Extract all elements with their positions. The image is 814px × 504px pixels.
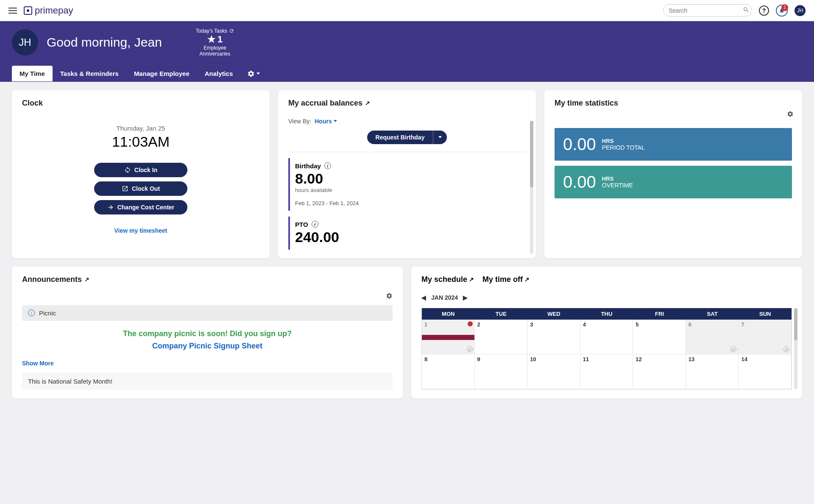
viewby-row: View By: Hours	[288, 118, 526, 125]
calendar-cell[interactable]: 13	[686, 354, 739, 389]
day-number: 2	[477, 321, 480, 328]
next-month-button[interactable]: ▶	[463, 294, 468, 301]
dashboard-row2: Announcements ↗ i Picnic The company pic…	[0, 267, 814, 407]
stat-value: 0.00	[563, 173, 596, 192]
stat-unit: HRS	[602, 175, 633, 182]
tasks-label-text: Today's Tasks	[196, 28, 227, 34]
stat-overtime: 0.00 HRS OVERTIME	[555, 166, 792, 198]
announcements-settings[interactable]	[386, 292, 393, 301]
day-header: THU	[580, 308, 633, 320]
arrow-right-icon	[107, 204, 114, 211]
announcement-header[interactable]: i Picnic	[22, 305, 393, 321]
announcement-text: The company picnic is soon! Did you sign…	[22, 329, 393, 338]
divider	[288, 152, 526, 152]
clock-card: Clock Thursday, Jan 25 11:03AM Clock In …	[12, 90, 270, 258]
show-more-link[interactable]: Show More	[22, 360, 393, 367]
calendar-cell[interactable]: 7	[739, 320, 792, 354]
tab-manage-employee[interactable]: Manage Employee	[126, 66, 197, 81]
announcement-item-2[interactable]: This is National Safety Month!	[22, 373, 393, 390]
calendar-cell[interactable]: 5	[633, 320, 686, 354]
calendar-cell[interactable]: 9	[475, 354, 528, 389]
clock-buttons: Clock In Clock Out Change Cost Center	[94, 163, 187, 214]
tab-tasks-reminders[interactable]: Tasks & Reminders	[53, 66, 126, 81]
day-number: 6	[689, 321, 691, 328]
clock-in-button[interactable]: Clock In	[94, 163, 187, 177]
main-tabs: My Time Tasks & Reminders Manage Employe…	[12, 66, 802, 82]
viewby-dropdown[interactable]: Hours	[315, 118, 337, 125]
calendar-scrollbar[interactable]	[794, 308, 797, 389]
day-number: 10	[530, 356, 536, 362]
help-icon[interactable]: ?	[759, 6, 769, 16]
announcement-link[interactable]: Company Picnic Signup Sheet	[22, 342, 393, 351]
calendar-cell[interactable]: 14	[739, 354, 792, 389]
tab-analytics[interactable]: Analytics	[197, 66, 241, 81]
day-number: 7	[741, 321, 744, 328]
calendar-cell[interactable]: 4	[580, 320, 633, 354]
info-icon[interactable]: i	[312, 221, 318, 228]
clock-out-icon	[122, 185, 128, 192]
schedule-card: My schedule ↗ My time off ↗ ◀ JAN 2024 ▶…	[411, 267, 802, 398]
day-number: 14	[741, 356, 747, 362]
schedule-tabs: My schedule ↗ My time off ↗	[421, 275, 792, 284]
calendar-cell[interactable]: 8	[422, 354, 475, 389]
notification-badge: 2	[781, 4, 788, 11]
clock-out-button[interactable]: Clock Out	[94, 181, 187, 196]
stats-card: My time statistics 0.00 HRS PERIOD TOTAL…	[544, 90, 802, 258]
stat-labels: HRS PERIOD TOTAL	[602, 138, 645, 151]
calendar-cell[interactable]: 3	[527, 320, 580, 354]
info-icon[interactable]: i	[324, 162, 331, 169]
view-timesheet-link[interactable]: View my timesheet	[22, 227, 259, 234]
request-dropdown-button[interactable]	[433, 131, 447, 144]
todays-tasks[interactable]: Today's Tasks ★ 1 Employee Anniversaries	[196, 28, 234, 57]
info-icon: i	[28, 309, 35, 316]
search-box[interactable]	[663, 4, 752, 17]
caret-down-icon	[438, 136, 442, 138]
calendar-cell[interactable]: 11	[580, 354, 633, 389]
change-cost-center-button[interactable]: Change Cost Center	[94, 200, 187, 214]
brand-logo[interactable]: primepay	[24, 5, 73, 16]
search-input[interactable]	[669, 7, 743, 14]
calendar-cell[interactable]: 6	[686, 320, 739, 354]
day-number: 3	[530, 321, 533, 328]
calendar-cell[interactable]: 1	[422, 320, 475, 354]
day-number: 9	[477, 356, 480, 362]
calendar-body: 1 2 3 4 5 6 7 8 9 10	[422, 320, 792, 389]
avatar[interactable]: JH	[794, 5, 806, 16]
day-number: 8	[424, 356, 427, 362]
cost-center-label: Change Cost Center	[117, 204, 175, 211]
day-number: 11	[583, 356, 589, 362]
topbar: primepay ? 2 JH	[0, 0, 814, 21]
month-label: JAN 2024	[431, 294, 458, 301]
request-birthday-button[interactable]: Request Birthday	[367, 131, 433, 144]
calendar: MON TUE WED THU FRI SAT SUN 1 2 3 4 5	[421, 308, 792, 390]
tab-settings[interactable]	[240, 66, 267, 82]
logo-icon	[24, 6, 32, 15]
gear-icon	[386, 292, 393, 299]
day-number: 4	[583, 321, 586, 328]
day-number: 1	[424, 321, 427, 328]
dashboard-row1: Clock Thursday, Jan 25 11:03AM Clock In …	[0, 82, 814, 267]
calendar-cell[interactable]: 2	[475, 320, 528, 354]
topbar-left: primepay	[8, 5, 73, 16]
request-split-button: Request Birthday	[367, 131, 447, 144]
notification-icon[interactable]: 2	[776, 5, 788, 17]
balance-name-row: PTO i	[295, 221, 526, 228]
stats-settings[interactable]	[787, 111, 794, 119]
calendar-cell[interactable]: 12	[633, 354, 686, 389]
external-arrow-icon: ↗	[469, 276, 474, 283]
tab-my-time[interactable]: My Time	[12, 66, 53, 81]
balance-sub: hours available	[295, 187, 526, 193]
menu-icon[interactable]	[8, 8, 17, 14]
announcements-title[interactable]: Announcements ↗	[22, 275, 393, 284]
clock-date: Thursday, Jan 25	[22, 125, 259, 132]
tab-my-schedule[interactable]: My schedule ↗	[421, 275, 474, 284]
prev-month-button[interactable]: ◀	[421, 294, 426, 301]
day-number: 12	[636, 356, 641, 362]
day-header: MON	[422, 308, 475, 320]
search-icon[interactable]	[743, 6, 750, 14]
calendar-cell[interactable]: 10	[527, 354, 580, 389]
balance-range: Feb 1, 2023 - Feb 1, 2024	[295, 200, 526, 206]
accrual-scrollbar[interactable]	[530, 121, 533, 254]
tab-my-time-off[interactable]: My time off ↗	[482, 275, 530, 284]
accrual-title[interactable]: My accrual balances ↗	[288, 99, 526, 108]
